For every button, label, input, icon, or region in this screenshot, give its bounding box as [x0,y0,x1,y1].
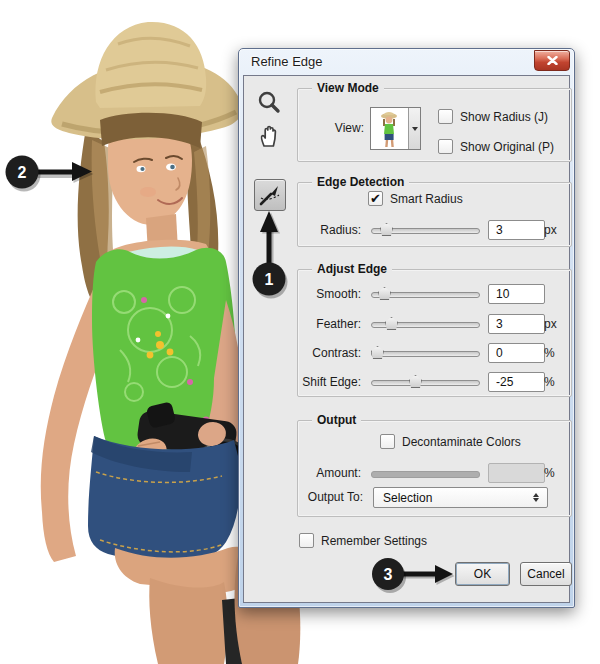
smooth-label: Smooth: [298,287,361,301]
feather-slider[interactable] [371,314,480,334]
radius-row: Radius: px [298,220,571,240]
refine-radius-tool-button[interactable] [254,179,286,211]
screenshot-stage: Refine Edge [0,0,600,664]
show-radius-label: Show Radius (J) [460,110,548,124]
view-dropdown-arrow-button[interactable] [408,108,420,149]
checkmark-icon: ✔ [370,191,381,206]
remember-settings-label: Remember Settings [321,534,427,548]
feather-row: Feather: px [298,314,571,334]
view-thumbnail-image [379,110,401,148]
smooth-slider[interactable] [371,284,480,304]
feather-unit: px [544,317,557,331]
smooth-input[interactable] [488,284,545,304]
cancel-button-label: Cancel [527,567,564,581]
output-to-label: Output To: [298,490,363,504]
show-radius-checkbox[interactable] [438,109,453,124]
dialog-body: View Mode View: [243,75,570,603]
hand-icon [256,121,282,149]
close-icon [547,56,558,65]
dialog-titlebar[interactable]: Refine Edge [239,49,574,75]
shift-edge-input[interactable] [488,372,545,392]
output-group-label: Output [312,413,361,427]
view-preview-dropdown[interactable] [370,107,421,150]
output-to-value: Selection [374,491,528,505]
dialog-title: Refine Edge [251,54,323,69]
ok-button[interactable]: OK [455,562,510,586]
remember-settings-checkbox[interactable] [299,533,314,548]
contrast-slider-track [371,351,480,357]
view-preview-thumbnail [371,108,408,149]
view-mode-group: View Mode View: [297,88,572,162]
cancel-button[interactable]: Cancel [520,562,572,586]
refine-edge-dialog: Refine Edge [238,48,575,608]
output-group: Output Decontaminate Colors Amount: % Ou… [297,420,572,517]
shift-edge-slider[interactable] [371,372,480,392]
contrast-label: Contrast: [298,346,361,360]
feather-input[interactable] [488,314,545,334]
decontaminate-colors-checkbox[interactable] [380,434,395,449]
contrast-unit: % [544,346,555,360]
radius-unit: px [544,223,557,237]
contrast-row: Contrast: % [298,343,571,363]
show-original-label: Show Original (P) [460,140,554,154]
edge-detection-group-label: Edge Detection [312,175,409,189]
show-original-checkbox[interactable] [438,139,453,154]
view-mode-group-label: View Mode [312,81,384,95]
contrast-input[interactable] [488,343,545,363]
radius-slider[interactable] [371,220,480,240]
amount-unit: % [544,466,555,480]
decontaminate-colors-label: Decontaminate Colors [402,435,521,449]
updown-arrows-icon [528,493,544,502]
refine-radius-brush-icon [258,183,282,207]
amount-row: Amount: % [298,463,571,483]
close-button[interactable] [534,50,570,71]
magnifier-icon [256,90,282,116]
zoom-tool-button[interactable] [254,88,284,118]
amount-slider-track [371,471,480,478]
contrast-slider-thumb[interactable] [371,346,384,359]
amount-label: Amount: [298,466,361,480]
smart-radius-checkbox[interactable]: ✔ [368,191,383,206]
output-to-dropdown[interactable]: Selection [373,487,548,508]
edge-detection-group: Edge Detection ✔ Smart Radius Radius: px [297,182,572,247]
shift-edge-slider-thumb[interactable] [409,375,422,388]
shift-edge-label: Shift Edge: [298,375,361,389]
hand-tool-button[interactable] [254,120,284,150]
radius-slider-thumb[interactable] [380,223,393,236]
view-label: View: [306,121,364,135]
ok-button-label: OK [474,567,491,581]
amount-input [488,463,545,483]
contrast-slider[interactable] [371,343,480,363]
adjust-edge-group-label: Adjust Edge [312,262,392,276]
shift-edge-row: Shift Edge: % [298,372,571,392]
chevron-down-icon [412,127,418,131]
radius-input[interactable] [488,220,545,240]
shift-edge-unit: % [544,375,555,389]
smooth-row: Smooth: [298,284,571,304]
shift-edge-slider-track [371,380,480,386]
radius-label: Radius: [298,223,361,237]
feather-slider-thumb[interactable] [385,317,398,330]
output-to-row: Output To: Selection [298,487,571,507]
adjust-edge-group: Adjust Edge Smooth: Feather: [297,269,572,397]
smooth-slider-thumb[interactable] [378,287,391,300]
feather-label: Feather: [298,317,361,331]
smart-radius-label: Smart Radius [390,192,463,206]
front-leg [149,578,228,664]
amount-slider [371,463,480,483]
